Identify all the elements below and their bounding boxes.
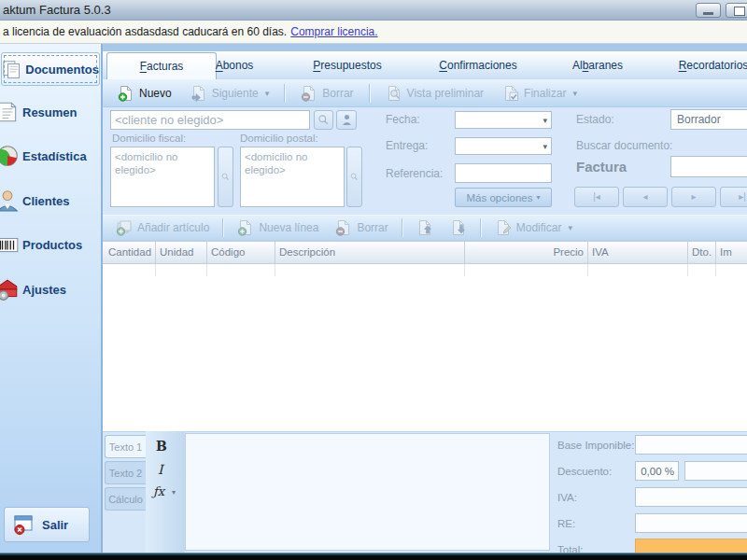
add-article-button[interactable]: Añadir artículo (108, 217, 217, 239)
delete-line-button[interactable]: Borrar (328, 217, 395, 239)
magnifier-icon (220, 172, 231, 182)
chevron-down-icon: ▾ (536, 193, 540, 202)
editor-tab-texto2[interactable]: Texto 2 (105, 461, 146, 484)
discount-label: Descuento: (557, 466, 612, 477)
new-line-icon (237, 219, 254, 236)
print-preview-label: Vista preliminar (407, 87, 484, 100)
chevron-down-icon: ▾ (572, 89, 577, 98)
next-document-label: Siguiente (212, 87, 259, 100)
new-line-label: Nueva línea (259, 221, 318, 234)
nav-first-button[interactable]: |◂ (574, 187, 619, 207)
bold-button[interactable]: B (152, 438, 171, 455)
document-search-input[interactable] (670, 156, 747, 177)
window-bottom-edge (0, 553, 747, 560)
move-line-up-button[interactable] (409, 217, 441, 239)
sidebar-item-label: Resumen (22, 105, 78, 119)
sidebar-item-clientes[interactable]: Clientes (0, 188, 99, 214)
clients-person-icon (0, 189, 20, 213)
summary-icon (0, 100, 20, 124)
nav-last-button[interactable]: ▸| (720, 187, 747, 207)
next-document-button[interactable]: Siguiente ▾ (183, 82, 277, 105)
delete-line-label: Borrar (357, 221, 388, 234)
documents-icon (2, 59, 22, 79)
products-barcode-icon (0, 232, 20, 257)
date-combobox[interactable]: ▾ (455, 111, 552, 129)
buy-license-link[interactable]: Comprar licencia. (290, 25, 377, 38)
delete-document-button[interactable]: Borrar (293, 82, 360, 105)
fiscal-address-textarea[interactable] (110, 147, 215, 207)
minimize-button[interactable] (696, 3, 721, 18)
nav-next-button[interactable]: ▸ (671, 187, 716, 207)
settings-toolbox-icon (0, 277, 20, 301)
sidebar-item-label: Estadística (22, 149, 87, 163)
fiscal-address-label: Domicilio fiscal: (112, 133, 186, 144)
exit-button-label: Salir (42, 518, 68, 532)
column-header-unidad[interactable]: Unidad (156, 242, 207, 263)
sidebar-item-productos[interactable]: Productos (0, 231, 99, 258)
reference-input[interactable] (455, 163, 552, 183)
person-icon (340, 113, 354, 127)
fiscal-address-expand-button[interactable] (218, 147, 233, 207)
state-label: Estado: (576, 113, 614, 126)
chevron-down-icon: ▾ (568, 223, 572, 232)
modify-line-button[interactable]: Modificar ▾ (487, 217, 580, 239)
title-bar: aktum Factura 5.0.3 (0, 0, 747, 21)
move-line-down-button[interactable] (443, 217, 474, 239)
column-header-iva[interactable]: IVA (588, 242, 688, 263)
column-header-importe[interactable]: Im (716, 242, 747, 263)
discount-amount-field (684, 461, 747, 481)
toolbar-separator (222, 218, 224, 237)
discount-percent-field[interactable]: 0,00 % (635, 461, 679, 481)
maximize-button[interactable] (726, 3, 747, 18)
date-label: Fecha: (386, 113, 420, 126)
postal-address-expand-button[interactable] (346, 147, 362, 207)
new-document-button[interactable]: Nuevo (110, 82, 179, 105)
sidebar-item-ajustes[interactable]: Ajustes (0, 276, 99, 302)
finalize-button[interactable]: Finalizar ▾ (495, 82, 585, 105)
new-line-button[interactable]: Nueva línea (230, 217, 326, 239)
iva-label: IVA: (557, 492, 577, 503)
delivery-combobox[interactable]: ▾ (455, 137, 552, 155)
client-input[interactable] (110, 110, 310, 130)
tab-confirmaciones[interactable]: Confirmaciones (427, 51, 529, 79)
tab-recordatorios[interactable]: Recordatorios (662, 51, 747, 79)
sidebar-item-documentos[interactable]: Documentos (1, 52, 100, 86)
empty-cell (688, 264, 716, 276)
more-options-button[interactable]: Más opciones ▾ (455, 188, 552, 207)
column-header-codigo[interactable]: Código (207, 242, 275, 263)
more-options-label: Más opciones (467, 192, 533, 203)
modify-label: Modificar (516, 221, 562, 234)
exit-button[interactable]: Salir (4, 507, 90, 542)
base-amount-field (635, 435, 747, 455)
sidebar-item-estadistica[interactable]: Estadística (0, 143, 99, 169)
add-article-icon (116, 219, 133, 236)
nav-prev-button[interactable]: ◂ (623, 187, 668, 207)
column-header-dto[interactable]: Dto. (688, 242, 716, 263)
tab-presupuestos[interactable]: Presupuestos (296, 51, 399, 79)
license-bar: a licencia de evaluación asdasdasd caduc… (0, 21, 747, 44)
print-preview-button[interactable]: Vista preliminar (378, 82, 491, 105)
document-notes-textarea[interactable] (185, 433, 550, 551)
tab-albaranes[interactable]: Albaranes (546, 51, 649, 79)
italic-button[interactable]: I (154, 461, 167, 478)
tab-abonos[interactable]: Abonos (183, 51, 286, 79)
client-search-button[interactable] (314, 110, 333, 130)
editor-tab-texto1[interactable]: Texto 1 (105, 435, 146, 458)
app-title: aktum Factura 5.0.3 (3, 3, 111, 17)
delete-line-icon (335, 219, 352, 236)
chevron-down-icon: ▾ (543, 142, 547, 151)
maximize-icon (734, 7, 745, 16)
add-article-label: Añadir artículo (137, 221, 209, 234)
postal-address-textarea[interactable] (240, 147, 345, 207)
column-header-cantidad[interactable]: Cantidad (105, 242, 156, 263)
client-pick-button[interactable] (336, 110, 357, 130)
reference-label: Referencia: (386, 167, 443, 180)
column-header-descripcion[interactable]: Descripción (275, 242, 465, 263)
column-header-precio[interactable]: Precio (465, 242, 588, 263)
editor-tab-calculo[interactable]: Cálculo (105, 487, 146, 511)
sidebar-item-label: Clientes (22, 194, 70, 208)
sidebar-item-resumen[interactable]: Resumen (0, 99, 99, 125)
delete-document-icon (301, 85, 317, 102)
formula-button[interactable]: ƒx (149, 483, 168, 499)
toolbar-separator (284, 84, 286, 103)
